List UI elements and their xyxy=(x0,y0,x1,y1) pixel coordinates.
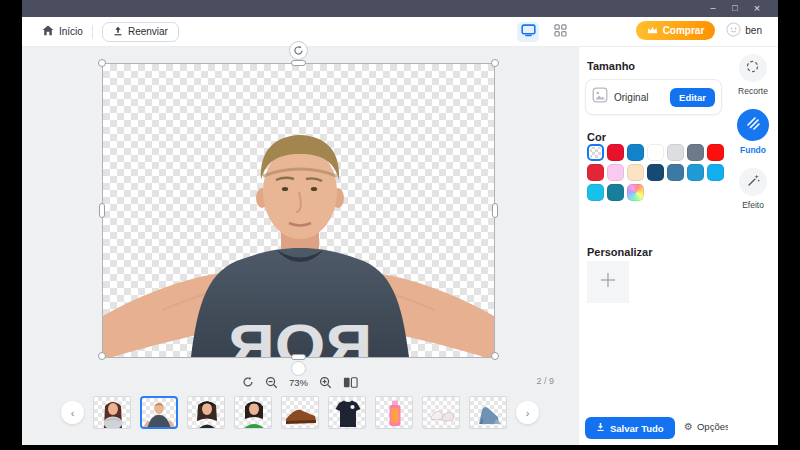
color-section-title: Cor xyxy=(587,131,606,143)
image-icon xyxy=(592,87,608,107)
options-button[interactable]: ⚙ Opções xyxy=(684,421,730,432)
crop-icon xyxy=(745,59,760,78)
color-swatch-12[interactable] xyxy=(687,164,704,181)
options-label: Opções xyxy=(697,421,730,432)
reupload-button[interactable]: Reenviar xyxy=(102,22,179,42)
minimize-button[interactable]: – xyxy=(702,0,724,17)
color-swatch-11[interactable] xyxy=(667,164,684,181)
color-swatch-5[interactable] xyxy=(687,144,704,161)
color-swatch-13[interactable] xyxy=(707,164,724,181)
upload-icon xyxy=(113,26,123,38)
color-swatch-8[interactable] xyxy=(607,164,624,181)
background-stripes-icon xyxy=(745,115,761,135)
color-swatch-1[interactable] xyxy=(607,144,624,161)
color-swatch-4[interactable] xyxy=(667,144,684,161)
download-icon xyxy=(596,422,605,434)
crop-label: Recorte xyxy=(738,86,768,96)
home-button[interactable]: Início xyxy=(42,25,83,38)
resize-handle-bottom-left[interactable] xyxy=(98,352,106,360)
image-canvas[interactable]: ROR xyxy=(103,64,494,357)
rotate-handle[interactable] xyxy=(289,41,308,60)
title-bar: – □ × xyxy=(22,0,778,17)
color-swatch-2[interactable] xyxy=(627,144,644,161)
grid-view-button[interactable] xyxy=(549,22,571,42)
buy-button[interactable]: Comprar xyxy=(636,21,716,40)
thumbnail-woman-green[interactable] xyxy=(234,396,272,429)
avatar-icon xyxy=(726,22,741,39)
resize-handle-top-right[interactable] xyxy=(491,59,499,67)
close-button[interactable]: × xyxy=(746,0,768,17)
customize-section-title: Personalizar xyxy=(587,246,652,258)
resize-handle-top[interactable] xyxy=(291,60,306,66)
color-swatches xyxy=(587,144,727,201)
thumbnail-white-sandals[interactable] xyxy=(422,396,460,429)
color-swatch-0[interactable] xyxy=(587,144,604,161)
tool-background[interactable]: Fundo xyxy=(737,109,769,155)
color-swatch-16[interactable] xyxy=(627,184,644,201)
canvas-area: ROR xyxy=(22,47,578,445)
thumbnail-woman-scarf[interactable] xyxy=(93,396,131,429)
save-all-button[interactable]: Salvar Tudo xyxy=(585,417,675,439)
resize-handle-bottom[interactable] xyxy=(291,354,306,360)
thumbnail-selfie-man[interactable] xyxy=(140,396,178,429)
background-label: Fundo xyxy=(740,145,766,155)
next-arrow-button[interactable]: › xyxy=(516,401,539,424)
reupload-label: Reenviar xyxy=(128,26,168,37)
edit-size-button[interactable]: Editar xyxy=(670,88,715,107)
toolbar-divider xyxy=(92,25,93,39)
add-custom-background-button[interactable] xyxy=(587,261,629,303)
single-view-button[interactable] xyxy=(517,22,539,42)
plus-icon xyxy=(598,270,618,294)
thumbnail-black-tshirt[interactable] xyxy=(328,396,366,429)
user-name: ben xyxy=(745,25,762,36)
resize-handle-top-left[interactable] xyxy=(98,59,106,67)
size-section-title: Tamanho xyxy=(587,60,635,72)
shirt-print-text: ROR xyxy=(228,312,372,357)
tools-rail: Recorte Fundo Efei xyxy=(728,47,778,445)
color-swatch-3[interactable] xyxy=(647,144,664,161)
size-card: Original Editar xyxy=(585,79,722,115)
resize-handle-left[interactable] xyxy=(99,203,105,218)
color-swatch-14[interactable] xyxy=(587,184,604,201)
maximize-button[interactable]: □ xyxy=(724,0,746,17)
app-window: – □ × Início Reenviar xyxy=(22,0,778,445)
resize-handle-right[interactable] xyxy=(492,203,498,218)
zoom-toolbar: 73% xyxy=(22,374,578,390)
main-area: ROR xyxy=(22,47,778,445)
gear-icon: ⚙ xyxy=(684,421,693,432)
save-all-label: Salvar Tudo xyxy=(610,423,664,434)
thumbnail-brown-shoe[interactable] xyxy=(281,396,319,429)
magic-wand-icon xyxy=(746,173,761,192)
screen: – □ × Início Reenviar xyxy=(0,0,800,450)
crown-icon xyxy=(647,25,658,36)
monitor-icon xyxy=(521,23,536,41)
color-swatch-9[interactable] xyxy=(627,164,644,181)
thumbnail-blue-heel[interactable] xyxy=(469,396,507,429)
zoom-in-icon[interactable] xyxy=(319,376,332,389)
reset-rotation-icon[interactable] xyxy=(242,376,254,388)
thumbnail-woman-headphones[interactable] xyxy=(187,396,225,429)
tool-crop[interactable]: Recorte xyxy=(738,54,768,96)
size-value: Original xyxy=(614,92,648,103)
resize-handle-bottom-right[interactable] xyxy=(491,352,499,360)
grid-icon xyxy=(554,23,567,41)
settings-panel: Tamanho Original Editar Cor Personalizar xyxy=(578,47,728,445)
compare-view-icon[interactable] xyxy=(343,377,358,388)
user-account-button[interactable]: ben xyxy=(726,22,762,39)
color-swatch-7[interactable] xyxy=(587,164,604,181)
zoom-out-icon[interactable] xyxy=(265,376,278,389)
buy-label: Comprar xyxy=(663,25,705,36)
prev-arrow-button[interactable]: ‹ xyxy=(61,401,84,424)
home-label: Início xyxy=(59,26,83,37)
thumbnail-perfume-bottle[interactable] xyxy=(375,396,413,429)
tool-effect[interactable]: Efeito xyxy=(739,168,767,210)
zoom-percent: 73% xyxy=(289,377,308,388)
effect-label: Efeito xyxy=(742,200,764,210)
image-counter: 2 / 9 xyxy=(536,376,554,386)
selfie-image: ROR xyxy=(103,64,494,357)
top-toolbar: Início Reenviar xyxy=(22,17,778,47)
thumbnail-strip: ‹ xyxy=(22,396,578,429)
color-swatch-10[interactable] xyxy=(647,164,664,181)
color-swatch-6[interactable] xyxy=(707,144,724,161)
color-swatch-15[interactable] xyxy=(607,184,624,201)
